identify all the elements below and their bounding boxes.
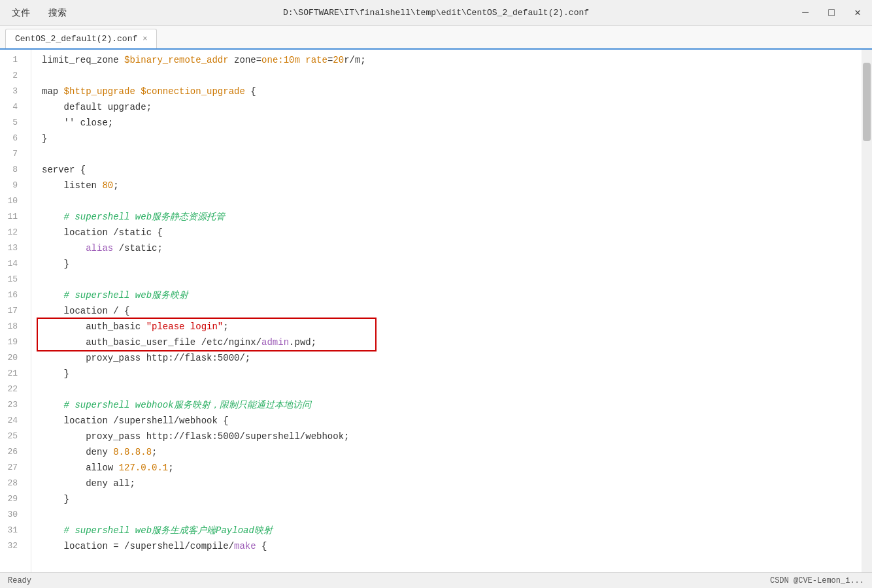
code-line: } — [42, 131, 862, 146]
token: 20 — [333, 52, 344, 68]
token: $connection_upgrade — [141, 84, 245, 99]
line-number: 11 — [0, 209, 23, 225]
line-number: 27 — [0, 460, 23, 476]
line-number: 5 — [0, 115, 23, 131]
line-number: 9 — [0, 178, 23, 193]
code-area[interactable]: limit_req_zone $binary_remote_addr zone=… — [31, 50, 862, 572]
token: map — [42, 84, 64, 99]
line-number: 7 — [0, 146, 23, 162]
menu-file[interactable]: 文件 — [8, 6, 34, 20]
line-number: 25 — [0, 429, 23, 444]
line-number: 14 — [0, 256, 23, 272]
line-number: 23 — [0, 397, 23, 413]
line-numbers: 1234567891011121314151617181920212223242… — [0, 50, 31, 572]
token: # supershell web服务生成客户端Payload映射 — [42, 523, 273, 538]
token: ; — [113, 178, 118, 193]
code-line: server { — [42, 162, 862, 178]
code-line: auth_basic_user_file /etc/nginx/admin.pw… — [42, 335, 862, 350]
line-number: 22 — [0, 382, 23, 397]
code-line: location /static { — [42, 225, 862, 240]
token: default upgrade; — [42, 99, 152, 115]
code-line — [42, 272, 862, 287]
status-bar: Ready CSDN @CVE-Lemon_i... — [0, 572, 872, 588]
tab-centos-conf[interactable]: CentOS_2_default(2).conf × — [5, 29, 157, 48]
token: } — [42, 256, 69, 272]
line-number: 3 — [0, 84, 23, 99]
token: alias — [86, 240, 113, 256]
line-number: 6 — [0, 131, 23, 146]
code-line: proxy_pass http://flask:5000/supershell/… — [42, 429, 862, 444]
editor-area: 1234567891011121314151617181920212223242… — [0, 50, 872, 572]
minimize-button[interactable]: ─ — [799, 8, 812, 18]
code-line — [42, 68, 862, 84]
code-line: location = /supershell/compile/make { — [42, 538, 862, 554]
line-number: 28 — [0, 476, 23, 491]
token: = — [327, 52, 333, 68]
token: allow — [42, 460, 119, 476]
tab-label: CentOS_2_default(2).conf — [15, 34, 137, 44]
token: 127.0.0.1 — [119, 460, 169, 476]
line-number: 30 — [0, 507, 23, 523]
code-line: proxy_pass http://flask:5000/; — [42, 350, 862, 366]
code-line: } — [42, 256, 862, 272]
token: # supershell web服务映射 — [42, 287, 188, 303]
line-number: 16 — [0, 287, 23, 303]
token: proxy_pass http://flask:5000/supershell/… — [42, 429, 349, 444]
token: limit_req_zone — [42, 52, 124, 68]
code-line: auth_basic "please login"; — [42, 319, 862, 335]
token: auth_basic — [42, 319, 146, 335]
code-line: } — [42, 366, 862, 382]
code-line: location / { — [42, 303, 862, 319]
title-bar: 文件 搜索 D:\SOFTWARE\IT\finalshell\temp\edi… — [0, 0, 872, 26]
token: { — [256, 538, 267, 554]
code-line: deny all; — [42, 476, 862, 491]
line-number: 19 — [0, 335, 23, 350]
token: } — [42, 491, 69, 507]
status-text: Ready — [8, 576, 31, 585]
line-number: 1 — [0, 52, 23, 68]
code-line: alias /static; — [42, 240, 862, 256]
token: $http_upgrade — [64, 84, 135, 99]
token: 8.8.8.8 — [113, 444, 152, 460]
code-line: default upgrade; — [42, 99, 862, 115]
close-button[interactable]: ✕ — [851, 8, 864, 18]
token: } — [42, 131, 47, 146]
code-line: # supershell web服务映射 — [42, 287, 862, 303]
token: proxy_pass http://flask:5000/; — [42, 350, 250, 366]
token: deny — [42, 444, 113, 460]
token: deny all; — [42, 476, 135, 491]
code-line: # supershell web服务生成客户端Payload映射 — [42, 523, 862, 538]
line-number: 10 — [0, 193, 23, 209]
token: # supershell web服务静态资源托管 — [42, 209, 225, 225]
maximize-button[interactable]: □ — [825, 8, 838, 18]
title-bar-controls: ─ □ ✕ — [799, 8, 864, 18]
code-line — [42, 507, 862, 523]
line-number: 17 — [0, 303, 23, 319]
token: "please login" — [146, 319, 224, 335]
token: admin — [261, 335, 289, 350]
line-number: 32 — [0, 538, 23, 554]
token: ; — [223, 319, 228, 335]
menu-search[interactable]: 搜索 — [44, 6, 71, 20]
line-number: 15 — [0, 272, 23, 287]
tab-bar: CentOS_2_default(2).conf × — [0, 26, 872, 50]
line-number: 4 — [0, 99, 23, 115]
tab-close-button[interactable]: × — [143, 35, 147, 44]
line-number: 26 — [0, 444, 23, 460]
token: location /supershell/webhook { — [42, 413, 229, 429]
token — [135, 84, 141, 99]
code-line: '' close; — [42, 115, 862, 131]
token: location /static { — [42, 225, 163, 240]
line-number: 2 — [0, 68, 23, 84]
scrollbar[interactable] — [862, 50, 872, 572]
code-line — [42, 146, 862, 162]
token: 80 — [102, 178, 113, 193]
scrollbar-thumb[interactable] — [863, 63, 871, 141]
token: ; — [152, 444, 157, 460]
token: location = /supershell/compile/ — [42, 538, 234, 554]
token: auth_basic_user_file /etc/nginx/ — [42, 335, 261, 350]
line-number: 12 — [0, 225, 23, 240]
token: { — [245, 84, 256, 99]
line-number: 24 — [0, 413, 23, 429]
code-line: # supershell web服务静态资源托管 — [42, 209, 862, 225]
